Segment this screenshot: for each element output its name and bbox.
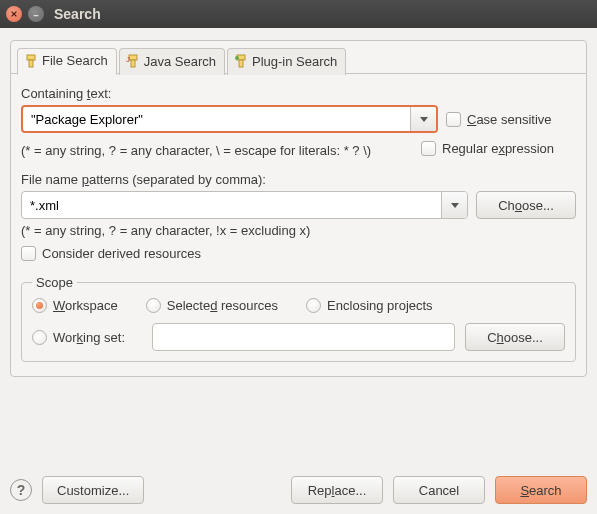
search-panel: File Search J Java Search Plug-in Search…: [10, 40, 587, 377]
chevron-down-icon: [451, 203, 459, 208]
search-button[interactable]: Search: [495, 476, 587, 504]
scope-enclosing-label: Enclosing projects: [327, 298, 433, 313]
chevron-down-icon: [420, 117, 428, 122]
scope-group: Scope Workspace Selected resources Enclo…: [21, 275, 576, 362]
containing-text-dropdown[interactable]: [410, 107, 436, 131]
filename-patterns-input[interactable]: [22, 192, 441, 218]
scope-legend: Scope: [32, 275, 77, 290]
close-icon[interactable]: [6, 6, 22, 22]
tab-java-search[interactable]: J Java Search: [119, 48, 225, 75]
svg-rect-3: [131, 60, 135, 67]
help-icon[interactable]: ?: [10, 479, 32, 501]
svg-text:J: J: [126, 55, 130, 64]
regex-checkbox[interactable]: [421, 141, 436, 156]
scope-workingset-label: Working set:: [53, 330, 125, 345]
filename-patterns-hint: (* = any string, ? = any character, !x =…: [21, 223, 576, 238]
choose-workingset-button[interactable]: Choose...: [465, 323, 565, 351]
scope-enclosing-radio[interactable]: [306, 298, 321, 313]
tab-label: Java Search: [144, 54, 216, 69]
containing-text-hint: (* = any string, ? = any character, \ = …: [21, 143, 413, 158]
scope-workspace-radio[interactable]: [32, 298, 47, 313]
flashlight-java-icon: J: [126, 54, 140, 68]
dialog-footer: ? Customize... Replace... Cancel Search: [10, 456, 587, 504]
titlebar: Search: [0, 0, 597, 28]
workingset-input[interactable]: [152, 323, 455, 351]
cancel-button[interactable]: Cancel: [393, 476, 485, 504]
filename-patterns-dropdown[interactable]: [441, 192, 467, 218]
case-sensitive-checkbox[interactable]: [446, 112, 461, 127]
replace-button[interactable]: Replace...: [291, 476, 383, 504]
scope-selected-label: Selected resources: [167, 298, 278, 313]
containing-text-label: Containing text:: [21, 86, 576, 101]
scope-selected-radio[interactable]: [146, 298, 161, 313]
flashlight-plugin-icon: [234, 54, 248, 68]
tab-label: Plug-in Search: [252, 54, 337, 69]
regex-label: Regular expression: [442, 141, 554, 156]
svg-rect-6: [239, 60, 243, 67]
scope-workingset-radio[interactable]: [32, 330, 47, 345]
filename-patterns-combo[interactable]: [21, 191, 468, 219]
window-title: Search: [54, 6, 101, 22]
customize-button[interactable]: Customize...: [42, 476, 144, 504]
svg-rect-1: [29, 60, 33, 67]
tab-file-search[interactable]: File Search: [17, 48, 117, 75]
svg-rect-0: [27, 55, 35, 60]
filename-patterns-label: File name patterns (separated by comma):: [21, 172, 576, 187]
derived-label: Consider derived resources: [42, 246, 201, 261]
tab-bar: File Search J Java Search Plug-in Search: [11, 41, 586, 74]
flashlight-icon: [24, 54, 38, 68]
tab-plugin-search[interactable]: Plug-in Search: [227, 48, 346, 75]
svg-point-7: [235, 56, 239, 60]
tab-label: File Search: [42, 53, 108, 68]
case-sensitive-label: Case sensitive: [467, 112, 552, 127]
scope-workspace-label: Workspace: [53, 298, 118, 313]
choose-patterns-button[interactable]: Choose...: [476, 191, 576, 219]
derived-checkbox[interactable]: [21, 246, 36, 261]
containing-text-combo[interactable]: [21, 105, 438, 133]
svg-rect-2: [129, 55, 137, 60]
minimize-icon[interactable]: [28, 6, 44, 22]
containing-text-input[interactable]: [23, 107, 410, 131]
